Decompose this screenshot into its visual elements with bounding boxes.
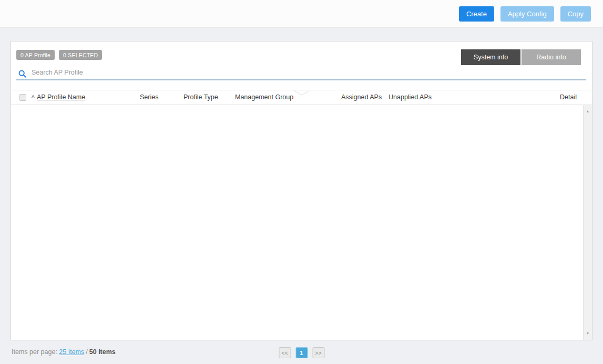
select-all-checkbox[interactable] <box>19 94 26 101</box>
column-header-unapplied-aps: Unapplied APs <box>389 90 432 105</box>
tab-radio-info[interactable]: Radio info <box>522 49 581 65</box>
column-header-management-group: Management Group <box>235 90 293 105</box>
collapse-chevron-icon[interactable] <box>294 90 309 95</box>
pagination-last-button[interactable]: >> <box>312 347 324 358</box>
search-icon <box>18 70 26 78</box>
pagination: << 1 >> <box>279 347 324 358</box>
create-button[interactable]: Create <box>459 6 494 22</box>
apply-config-button[interactable]: Apply Config <box>500 6 554 22</box>
table-body: ▲ ▼ <box>11 105 592 340</box>
count-badges: 0 AP Profile 0 SELECTED <box>16 50 102 60</box>
items-per-page: Items per page: 25 Items/50 Items <box>12 348 116 356</box>
top-toolbar: Create Apply Config Copy <box>0 0 603 28</box>
column-header-detail: Detail <box>560 90 577 105</box>
ap-profile-count-badge: 0 AP Profile <box>16 50 55 60</box>
search-input[interactable] <box>26 69 586 78</box>
scroll-up-icon[interactable]: ▲ <box>584 107 592 116</box>
search-bar <box>16 68 586 80</box>
info-tabs: System info Radio info <box>461 49 581 65</box>
scroll-down-icon[interactable]: ▼ <box>584 329 592 338</box>
tab-system-info[interactable]: System info <box>461 49 520 65</box>
column-header-assigned-aps: Assigned APs <box>341 90 382 105</box>
per-page-separator: / <box>86 348 87 356</box>
total-items-label: 50 Items <box>89 348 116 356</box>
pagination-first-button[interactable]: << <box>279 347 291 358</box>
per-page-link[interactable]: 25 Items <box>59 348 84 356</box>
column-header-profile-type: Profile Type <box>183 90 218 105</box>
vertical-scrollbar[interactable]: ▲ ▼ <box>583 105 592 340</box>
ap-profile-panel: 0 AP Profile 0 SELECTED System info Radi… <box>11 41 592 340</box>
items-per-page-label: Items per page: <box>12 348 57 356</box>
footer-bar: Items per page: 25 Items/50 Items << 1 >… <box>0 340 603 364</box>
copy-button[interactable]: Copy <box>560 6 591 22</box>
table-header-row: ^ AP Profile Name Series Profile Type Ma… <box>11 90 592 105</box>
column-header-ap-profile-name[interactable]: AP Profile Name <box>37 90 85 105</box>
sort-ascending-icon[interactable]: ^ <box>32 90 35 105</box>
column-header-series: Series <box>140 90 158 105</box>
selected-count-badge: 0 SELECTED <box>59 50 102 60</box>
pagination-current-page[interactable]: 1 <box>295 347 308 358</box>
